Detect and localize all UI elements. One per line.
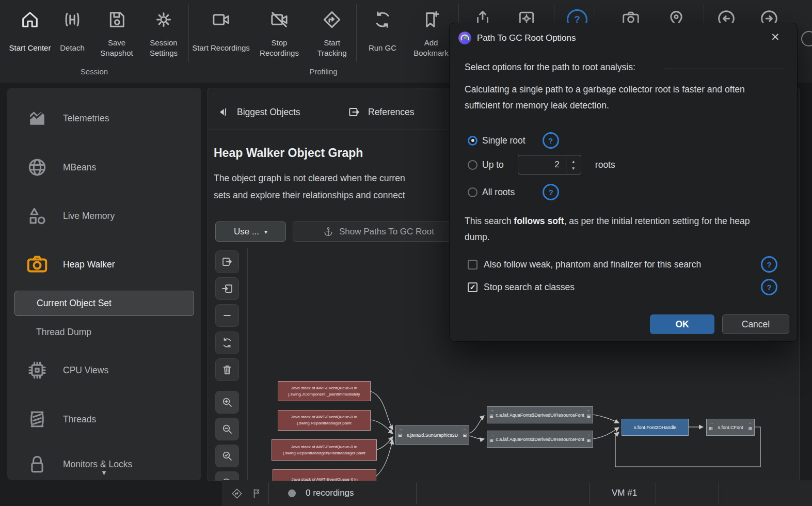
dialog-title: Path To GC Root Options [477, 33, 576, 43]
video-camera-off-icon [269, 4, 290, 35]
sidebar-item-heap-walker[interactable]: Heap Walker [7, 249, 201, 279]
vm-selector[interactable]: VM #1 [612, 488, 637, 498]
page-title: Heap Walker Object Graph [214, 146, 363, 160]
radio-unselected-icon[interactable] [468, 160, 477, 170]
zoom-fit-button[interactable] [215, 445, 239, 467]
graph-node[interactable]: → → ⊞ ⊞ s.java2d.SunGraphics2D [395, 425, 469, 445]
expand-right-icon[interactable]: ⊞ [748, 426, 752, 431]
refresh-graph-button[interactable] [215, 331, 239, 354]
graph-node[interactable]: Java stack of AWT-EventQueue-0 in [273, 469, 376, 481]
sidebar-subitem-current-object-set[interactable]: Current Object Set [14, 291, 194, 316]
recordings-count[interactable]: 0 recordings [306, 488, 354, 498]
follow-weak-checkbox-row[interactable]: Also follow weak, phantom and finalizer … [468, 256, 777, 273]
view-sidebar: Telemetries MBeans Live Memory Heap Walk… [7, 88, 201, 480]
graph-node[interactable]: → → ⊞ ⊞ c.a.laf.AquaFonts$DerivedUIResou… [487, 406, 593, 423]
radio-selected-icon[interactable] [468, 136, 477, 146]
zoom-in-icon [221, 396, 233, 408]
status-separator [268, 482, 269, 504]
start-recordings-button[interactable]: Start Recordings [192, 4, 250, 61]
start-tracking-button[interactable]: Start Tracking [309, 4, 355, 61]
spinner-value[interactable]: 2 [518, 155, 566, 174]
stop-recordings-button[interactable]: Stop Recordings [251, 4, 308, 61]
edge-out-icon: → [747, 421, 752, 425]
spinner-down-icon[interactable]: ▼ [571, 166, 576, 171]
refresh-icon [221, 337, 233, 349]
expand-left-icon[interactable]: ⊞ [489, 438, 493, 443]
jprofiler-logo-icon [458, 31, 472, 45]
toolbar-divider [356, 4, 357, 62]
zoom-fit-icon [221, 450, 233, 462]
help-icon[interactable]: ? [543, 132, 559, 149]
show-outgoing-references-button[interactable] [215, 250, 239, 273]
show-incoming-references-button[interactable] [215, 277, 239, 300]
tracking-diamond-icon [322, 4, 342, 35]
sidebar-item-mbeans[interactable]: MBeans [7, 152, 201, 182]
graph-node[interactable]: → → ⊞ ⊞ s.font.CFont [706, 419, 755, 436]
anchor-icon [323, 226, 334, 238]
lock-icon [25, 453, 50, 476]
all-roots-option[interactable]: All roots ? [468, 184, 559, 200]
checkbox-checked-icon[interactable]: ✓ [468, 282, 477, 292]
ok-button[interactable]: OK [650, 314, 714, 334]
sidebar-scroll-more-icon[interactable]: ▼ [101, 469, 107, 477]
expand-right-icon[interactable]: ⊞ [586, 414, 591, 419]
status-bar: 0 recordings VM #1 [222, 480, 812, 506]
stop-at-classes-checkbox-row[interactable]: ✓ Stop search at classes ? [468, 279, 777, 295]
graph-node-selected[interactable]: s.font.Font2DHandle [622, 419, 689, 436]
zoom-out-button[interactable] [215, 418, 239, 440]
expand-right-icon[interactable]: ⊞ [586, 438, 591, 443]
recording-status-dot [288, 489, 296, 497]
thread-spool-icon [25, 408, 50, 431]
spinner-arrows[interactable]: ▲ ▼ [566, 155, 581, 174]
sidebar-item-live-memory[interactable]: Live Memory [7, 201, 201, 231]
toolbar-group-profiling: Profiling [188, 67, 458, 76]
session-settings-button[interactable]: Session Settings [140, 4, 187, 61]
graph-node[interactable]: Java stack of AWT-EventQueue-0 in j.swin… [278, 410, 371, 431]
spinner-up-icon[interactable]: ▲ [571, 159, 576, 164]
checkbox-unchecked-icon[interactable] [468, 260, 477, 270]
sidebar-subitem-thread-dump[interactable]: Thread Dump [14, 320, 193, 344]
graph-node[interactable]: → → ⊞ ⊞ c.a.laf.AquaFonts$DerivedUIResou… [487, 431, 593, 448]
help-icon[interactable]: ? [543, 184, 559, 200]
tab-biggest-objects[interactable]: Biggest Objects [216, 105, 300, 119]
tab-references[interactable]: References [347, 105, 415, 119]
edge-in-icon: → [490, 408, 494, 413]
start-center-button[interactable]: Start Center [6, 4, 54, 61]
cancel-button[interactable]: Cancel [722, 314, 789, 334]
graph-node[interactable]: Java stack of AWT-EventQueue-0 in j.swin… [272, 439, 377, 461]
detach-icon [62, 4, 83, 35]
sidebar-item-cpu-views[interactable]: CPU Views [7, 355, 201, 385]
expand-left-icon[interactable]: ⊞ [709, 426, 713, 431]
expand-right-icon[interactable]: ⊞ [463, 433, 467, 438]
help-icon[interactable]: ? [761, 279, 777, 295]
clear-graph-button[interactable] [215, 358, 239, 381]
show-paths-to-gc-root-button[interactable]: Show Paths To GC Root [293, 222, 464, 242]
globe-icon [25, 156, 50, 179]
close-icon[interactable]: ✕ [771, 31, 780, 43]
biggest-objects-icon [216, 105, 230, 119]
expand-left-icon[interactable]: ⊞ [398, 433, 402, 438]
radio-unselected-icon[interactable] [468, 187, 477, 197]
references-icon [347, 105, 361, 119]
up-to-roots-option[interactable]: Up to 2 ▲ ▼ roots [468, 155, 615, 175]
sidebar-item-threads[interactable]: Threads [7, 404, 201, 434]
run-gc-button[interactable]: Run GC [361, 4, 404, 61]
tracking-status-icon[interactable] [231, 487, 243, 500]
detach-button[interactable]: Detach [54, 4, 91, 61]
flag-icon[interactable] [251, 487, 263, 500]
status-separator [656, 482, 656, 504]
remove-node-button[interactable] [215, 304, 239, 327]
toolbar-group-session: Session [0, 67, 188, 76]
roots-count-spinner[interactable]: 2 ▲ ▼ [518, 155, 581, 175]
save-snapshot-button[interactable]: Save Snapshot [93, 4, 140, 61]
single-root-option[interactable]: Single root ? [468, 132, 559, 149]
heap-walker-camera-icon [25, 252, 50, 276]
help-icon[interactable]: ? [761, 256, 777, 273]
sidebar-item-telemetries[interactable]: Telemetries [7, 103, 201, 133]
edge-in-icon: → [399, 428, 403, 432]
zoom-in-button[interactable] [215, 391, 239, 414]
graph-node[interactable]: Java stack of AWT-EventQueue-0 in j.swin… [278, 381, 371, 401]
recycle-arrows-icon [372, 4, 393, 35]
use-dropdown-button[interactable]: Use ... ▾ [215, 222, 286, 242]
expand-left-icon[interactable]: ⊞ [489, 414, 493, 419]
